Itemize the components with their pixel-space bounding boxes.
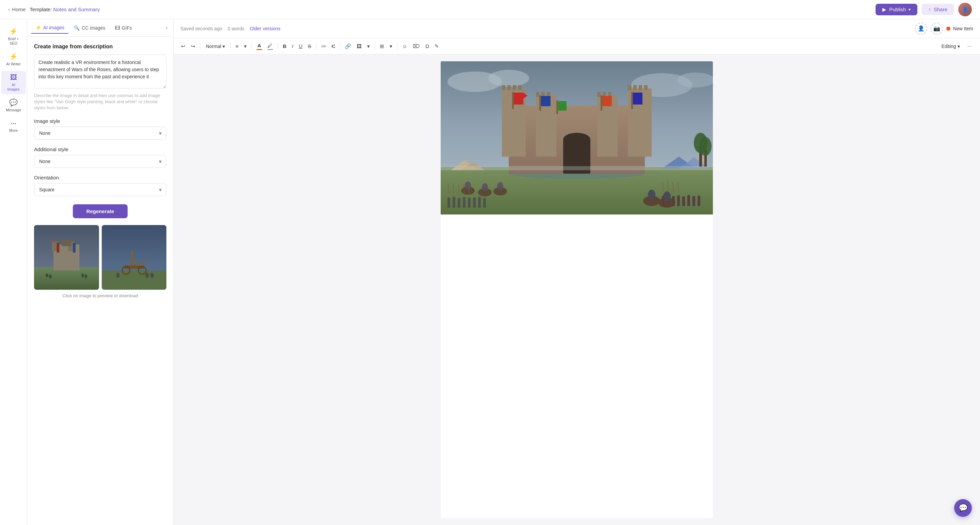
table-dropdown-button[interactable]: ▾ bbox=[388, 42, 395, 51]
editor-topbar-right: 👤 📷 New Item bbox=[915, 22, 973, 35]
svg-point-110 bbox=[663, 191, 671, 201]
font-color-button[interactable]: A bbox=[255, 41, 264, 51]
collapse-panel-button[interactable]: ‹ bbox=[164, 23, 169, 33]
image-thumb-2[interactable] bbox=[102, 225, 167, 290]
ai-images-icon: 🖼 bbox=[10, 73, 17, 81]
svg-point-14 bbox=[81, 273, 84, 277]
home-button[interactable]: ‹ Home bbox=[8, 6, 25, 13]
svg-point-108 bbox=[648, 190, 655, 200]
sidebar-item-more[interactable]: ··· More bbox=[2, 116, 26, 136]
regenerate-button[interactable]: Regenerate bbox=[73, 204, 128, 218]
highlight-bar bbox=[267, 49, 273, 50]
template-link[interactable]: Notes and Summary bbox=[53, 6, 100, 12]
image-button[interactable]: 🖼 bbox=[355, 42, 364, 50]
svg-rect-7 bbox=[54, 239, 56, 242]
align-button[interactable]: ≡ bbox=[234, 42, 240, 50]
toolbar-divider-3 bbox=[251, 43, 252, 50]
svg-rect-75 bbox=[453, 197, 455, 208]
svg-point-71 bbox=[482, 183, 488, 191]
older-versions-link[interactable]: Older versions bbox=[250, 26, 280, 31]
sidebar-item-ai-writer[interactable]: ⚡ AI Writer bbox=[2, 50, 26, 69]
top-nav: ‹ Home Template: Notes and Summary ▶ Pub… bbox=[0, 0, 980, 19]
italic-button[interactable]: I bbox=[290, 42, 295, 50]
more-toolbar-button[interactable]: ··· bbox=[965, 42, 975, 51]
thumb1-svg bbox=[34, 225, 99, 290]
tab-cc-images[interactable]: 🔍 CC images bbox=[70, 22, 109, 34]
toolbar-divider-7 bbox=[375, 43, 375, 50]
svg-rect-49 bbox=[639, 85, 642, 90]
additional-style-select[interactable]: None Dark Bright Vintage Modern bbox=[34, 155, 166, 168]
publish-chevron-icon: ▾ bbox=[908, 7, 911, 12]
additional-style-label: Additional style bbox=[34, 147, 166, 152]
ai-writer-icon: ⚡ bbox=[9, 53, 18, 61]
svg-point-12 bbox=[46, 273, 48, 277]
collaborator-camera-icon[interactable]: 📷 bbox=[931, 22, 943, 35]
tab-gifs[interactable]: 🎞 GIFs bbox=[111, 22, 136, 34]
top-nav-left: ‹ Home Template: Notes and Summary bbox=[8, 6, 100, 13]
new-item-dot-icon bbox=[946, 27, 950, 30]
format-dropdown[interactable]: Normal ▾ bbox=[203, 42, 228, 50]
tab-ai-images[interactable]: ⚡ AI images bbox=[31, 22, 68, 34]
new-item-button[interactable]: New Item bbox=[946, 26, 973, 31]
svg-rect-81 bbox=[483, 198, 486, 208]
chevron-left-icon: ‹ bbox=[8, 6, 10, 13]
editing-label: Editing bbox=[942, 43, 956, 49]
underline-button[interactable]: U bbox=[297, 42, 305, 50]
editing-dropdown[interactable]: Editing ▾ bbox=[938, 42, 963, 50]
image-style-select[interactable]: None Realistic Painting Sketch Digital A… bbox=[34, 127, 166, 140]
editor-topbar: Saved seconds ago 0 words Older versions… bbox=[173, 19, 980, 38]
svg-rect-90 bbox=[677, 195, 680, 206]
svg-rect-9 bbox=[71, 239, 73, 242]
svg-rect-92 bbox=[687, 195, 690, 206]
description-hint: Describe the image in detail and then us… bbox=[34, 93, 166, 111]
svg-rect-91 bbox=[682, 196, 685, 206]
avatar[interactable]: 👤 bbox=[958, 3, 972, 16]
svg-rect-76 bbox=[458, 198, 460, 208]
publish-button[interactable]: ▶ Publish ▾ bbox=[875, 4, 917, 15]
comment-button[interactable]: ✎ bbox=[433, 42, 441, 51]
bullet-list-button[interactable]: ≔ bbox=[319, 42, 328, 51]
sidebar-label-brief-seo: Brief + SEO bbox=[5, 37, 22, 46]
orientation-select[interactable]: Square Landscape Portrait bbox=[34, 183, 166, 196]
word-count: 0 words bbox=[228, 26, 244, 31]
special-char-button[interactable]: Ω bbox=[423, 42, 431, 50]
chat-bubble-button[interactable]: 💬 bbox=[954, 499, 972, 517]
svg-point-28 bbox=[488, 70, 529, 87]
orientation-label: Orientation bbox=[34, 175, 166, 180]
strikethrough-button[interactable]: S bbox=[306, 42, 313, 50]
format-chevron-icon: ▾ bbox=[223, 43, 225, 49]
font-color-icon: A bbox=[257, 43, 261, 48]
collaborator-add-icon[interactable]: 👤 bbox=[915, 22, 927, 35]
sidebar-item-ai-images[interactable]: 🖼 AI Images bbox=[2, 71, 26, 94]
align-dropdown-button[interactable]: ▾ bbox=[242, 42, 249, 51]
svg-rect-111 bbox=[441, 166, 713, 170]
svg-rect-8 bbox=[68, 239, 70, 242]
image-dropdown-button[interactable]: ▾ bbox=[365, 42, 372, 51]
redo-button[interactable]: ↪ bbox=[189, 42, 197, 51]
table-button[interactable]: ⊞ bbox=[378, 42, 386, 51]
sidebar-item-message[interactable]: 💬 Message bbox=[2, 96, 26, 115]
svg-rect-47 bbox=[628, 85, 631, 90]
editor-canvas[interactable] bbox=[173, 54, 980, 525]
description-textarea[interactable]: Create realistic a VR environment for a … bbox=[34, 54, 166, 89]
highlight-button[interactable]: 🖊 bbox=[266, 41, 275, 51]
svg-rect-44 bbox=[508, 85, 511, 90]
share-icon: ↑ bbox=[928, 6, 931, 12]
bold-button[interactable]: B bbox=[281, 42, 288, 50]
thumb2-svg bbox=[102, 225, 167, 290]
undo-button[interactable]: ↩ bbox=[179, 42, 188, 51]
svg-rect-11 bbox=[73, 243, 76, 253]
share-button[interactable]: ↑ Share bbox=[921, 4, 954, 15]
svg-rect-50 bbox=[644, 85, 648, 90]
svg-rect-60 bbox=[539, 95, 541, 111]
message-icon: 💬 bbox=[9, 98, 18, 107]
clear-format-button[interactable]: ⌦ bbox=[411, 42, 422, 51]
image-grid bbox=[34, 225, 166, 290]
svg-point-24 bbox=[145, 273, 149, 278]
orientation-select-wrapper: Square Landscape Portrait bbox=[34, 183, 166, 196]
image-thumb-1[interactable] bbox=[34, 225, 99, 290]
ordered-list-button[interactable]: ⑆ bbox=[330, 42, 337, 50]
sidebar-item-brief-seo[interactable]: ⚡ Brief + SEO bbox=[2, 24, 26, 48]
emoji-button[interactable]: ☺ bbox=[400, 42, 409, 50]
link-button[interactable]: 🔗 bbox=[343, 42, 353, 51]
